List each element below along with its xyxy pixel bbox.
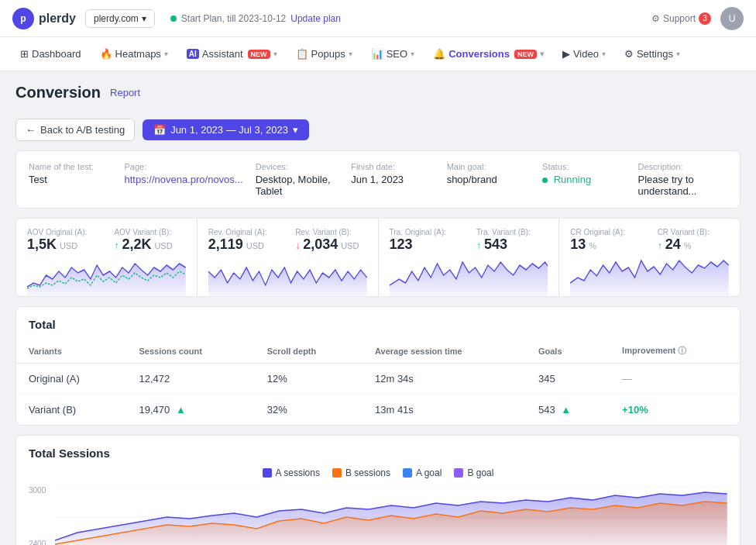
test-description-col: Description: Please try to understand... — [632, 159, 727, 200]
gear-icon: ⚙ — [651, 13, 660, 24]
settings-chevron-icon: ▾ — [676, 50, 680, 58]
legend-a-sessions-dot — [263, 468, 272, 478]
legend-b-goal-label: B goal — [467, 467, 493, 478]
dashboard-icon: ⊞ — [20, 48, 29, 60]
test-description-label: Description: — [638, 162, 721, 171]
rev-a-value: 2,119 USD — [208, 236, 280, 253]
metric-aov-b: AOV Variant (B): ↑ 2,2K USD — [114, 228, 185, 253]
aov-chart — [27, 256, 186, 296]
col-header-variants: Variants — [16, 339, 127, 364]
metric-rev-panel: Rev. Original (A): 2,119 USD Rev. Varian… — [198, 219, 379, 296]
header-actions: ← Back to A/B testing 📅 Jun 1, 2023 — Ju… — [0, 119, 756, 150]
legend-b-goal: B goal — [454, 467, 493, 478]
seo-chevron-icon: ▾ — [411, 50, 414, 58]
conversions-new-badge: NEW — [514, 50, 537, 59]
tra-chart — [390, 256, 548, 296]
nav-item-popups[interactable]: 📋 Popups ▾ — [288, 43, 360, 64]
cell-sessions-a: 12,472 — [127, 364, 255, 395]
metric-aov-header: AOV Original (A): 1,5K USD AOV Variant (… — [27, 228, 186, 253]
settings-icon: ⚙ — [624, 48, 634, 60]
back-to-ab-testing-button[interactable]: ← Back to A/B testing — [15, 119, 135, 141]
sessions-chart-title: Total Sessions — [29, 447, 727, 460]
test-name-label: Name of the test: — [29, 162, 112, 171]
test-info-row: Name of the test: Test Page: https://nov… — [16, 151, 740, 208]
nav-label-popups: Popups — [311, 48, 345, 60]
metric-tra-a: Tra. Original (A): 123 — [390, 228, 461, 253]
domain-selector[interactable]: plerdy.com ▾ — [85, 9, 155, 28]
cell-goals-a: 345 — [526, 364, 610, 395]
cell-avg-b: 13m 41s — [363, 395, 526, 426]
table-row: Original (A) 12,472 12% 12m 34s 345 — — [16, 364, 740, 395]
sessions-chart-area: 3000 2400 — [29, 486, 727, 545]
cr-chart — [570, 256, 729, 296]
table-row: Variant (B) 19,470 ▲ 32% 13m 41s 543 ▲ +… — [16, 395, 740, 426]
assistant-icon: AI — [187, 49, 199, 59]
top-navigation: p plerdy plerdy.com ▾ Start Plan, till 2… — [0, 0, 756, 37]
nav-item-heatmaps[interactable]: 🔥 Heatmaps ▾ — [92, 43, 176, 64]
date-range-button[interactable]: 📅 Jun 1, 2023 — Jul 3, 2023 ▾ — [143, 119, 309, 140]
legend-b-sessions-label: B sessions — [345, 467, 390, 478]
test-finish-col: Finish date: Jun 1, 2023 — [345, 159, 440, 200]
plan-text: Start Plan, till 2023-10-12 — [181, 13, 286, 24]
date-chevron-icon: ▾ — [293, 124, 298, 136]
cell-goals-b: 543 ▲ — [526, 395, 610, 426]
report-link[interactable]: Report — [110, 87, 140, 98]
nav-label-settings: Settings — [637, 48, 673, 60]
cell-improvement-a: — — [610, 364, 740, 395]
nav-item-settings[interactable]: ⚙ Settings ▾ — [617, 43, 688, 64]
plan-badge: Start Plan, till 2023-10-12 Update plan — [170, 13, 341, 24]
update-plan-link[interactable]: Update plan — [290, 13, 341, 24]
nav-label-video: Video — [573, 48, 599, 60]
status-text: Running — [554, 174, 591, 185]
metric-rev-a: Rev. Original (A): 2,119 USD — [208, 228, 280, 253]
metric-aov-a: AOV Original (A): 1,5K USD — [27, 228, 98, 253]
test-goal-label: Main goal: — [447, 162, 530, 171]
test-page-value: https://novena.pro/novos... — [124, 174, 242, 185]
metric-cr-header: CR Original (A): 13 % CR Variant (B): ↑ … — [570, 228, 729, 253]
test-devices-col: Devices: Desktop, Mobile, Tablet — [249, 159, 345, 200]
nav-item-dashboard[interactable]: ⊞ Dashboard — [12, 43, 89, 64]
rev-chart — [208, 256, 367, 296]
table-header-row: Variants Sessions count Scroll depth Ave… — [16, 339, 740, 364]
test-description-value: Please try to understand... — [638, 174, 721, 197]
seo-icon: 📊 — [371, 48, 383, 60]
nav-item-conversions[interactable]: 🔔 Conversions NEW ▾ — [425, 43, 552, 64]
page-header: Conversion Report — [0, 71, 756, 111]
heatmaps-chevron-icon: ▾ — [164, 50, 168, 58]
total-section-title: Total — [16, 307, 740, 331]
y-label-3000: 3000 — [29, 486, 46, 495]
col-header-sessions: Sessions count — [127, 339, 255, 364]
nav-item-seo[interactable]: 📊 SEO ▾ — [363, 43, 422, 64]
cell-improvement-b: +10% — [610, 395, 740, 426]
col-header-improvement: Improvement ⓘ — [610, 339, 740, 364]
test-page-link[interactable]: https://novena.pro/novos... — [124, 174, 242, 185]
sessions-chart-svg — [55, 486, 727, 545]
legend-a-goal: A goal — [403, 467, 442, 478]
legend-a-goal-dot — [403, 468, 412, 478]
back-btn-label: Back to A/B testing — [40, 124, 125, 136]
metric-cr-b: CR Variant (B): ↑ 24 % — [658, 228, 729, 253]
legend-a-sessions-label: A sessions — [276, 467, 320, 478]
tra-a-value: 123 — [390, 236, 461, 253]
nav-item-assistant[interactable]: AI Assistant NEW ▾ — [179, 43, 285, 64]
aov-up-icon: ↑ — [114, 240, 119, 251]
legend-b-sessions-dot — [332, 468, 342, 478]
rev-a-label: Rev. Original (A): — [208, 228, 280, 236]
support-button[interactable]: ⚙ Support 3 — [651, 12, 711, 25]
conversions-icon: 🔔 — [433, 48, 445, 60]
cr-b-label: CR Variant (B): — [658, 228, 729, 236]
test-status-label: Status: — [542, 162, 625, 171]
total-table: Variants Sessions count Scroll depth Ave… — [16, 339, 740, 425]
domain-chevron-icon: ▾ — [142, 13, 146, 24]
improvement-help-icon[interactable]: ⓘ — [678, 346, 686, 355]
cell-variant-a: Original (A) — [16, 364, 127, 395]
metrics-strip: AOV Original (A): 1,5K USD AOV Variant (… — [15, 218, 741, 297]
rev-b-label: Rev. Variant (B): — [295, 228, 366, 236]
test-page-col: Page: https://novena.pro/novos... — [118, 159, 249, 200]
legend-a-goal-label: A goal — [416, 467, 442, 478]
user-avatar[interactable]: U — [720, 7, 744, 30]
back-arrow-icon: ← — [26, 124, 36, 136]
logo[interactable]: p plerdy — [12, 8, 76, 29]
status-running-dot — [542, 178, 548, 183]
nav-item-video[interactable]: ▶ Video ▾ — [555, 43, 613, 64]
